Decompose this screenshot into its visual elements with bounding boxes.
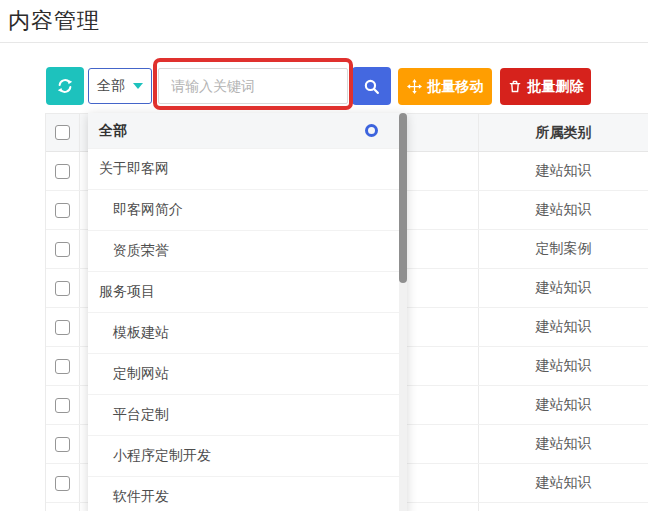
- row-category-cell: 建站知识: [478, 425, 648, 463]
- dropdown-item-label: 即客网简介: [113, 201, 183, 219]
- trash-icon: [508, 79, 522, 94]
- dropdown-item-label: 资质荣誉: [113, 242, 169, 260]
- category-column-header: 所属类别: [478, 114, 648, 151]
- row-checkbox-cell: [46, 425, 80, 463]
- dropdown-item-label: 服务项目: [99, 283, 155, 301]
- select-all-checkbox[interactable]: [55, 125, 70, 140]
- dropdown-item-label: 平台定制: [113, 406, 169, 424]
- batch-move-button[interactable]: 批量移动: [398, 68, 492, 105]
- move-icon: [407, 79, 422, 94]
- dropdown-item-label: 关于即客网: [99, 160, 169, 178]
- dropdown-item-label: 模板建站: [113, 324, 169, 342]
- batch-delete-label: 批量删除: [528, 78, 584, 96]
- dropdown-item-selected[interactable]: 全部: [88, 113, 399, 149]
- row-checkbox[interactable]: [55, 437, 70, 452]
- row-category-cell: 建站知识: [478, 347, 648, 385]
- row-category-cell: 定制案例: [478, 230, 648, 268]
- dropdown-item-label: 定制网站: [113, 365, 169, 383]
- dropdown-item-label: 软件开发: [113, 488, 169, 506]
- refresh-button[interactable]: [46, 67, 84, 105]
- chevron-down-icon: [133, 83, 143, 89]
- refresh-icon: [56, 77, 74, 95]
- row-checkbox-cell: [46, 152, 80, 190]
- row-checkbox-cell: [46, 464, 80, 502]
- row-checkbox-cell: [46, 191, 80, 229]
- row-checkbox[interactable]: [55, 242, 70, 257]
- row-checkbox-cell: [46, 347, 80, 385]
- dropdown-item-5[interactable]: 模板建站: [88, 313, 399, 354]
- batch-move-label: 批量移动: [428, 78, 484, 96]
- row-checkbox-cell: [46, 503, 80, 511]
- row-checkbox[interactable]: [55, 164, 70, 179]
- dropdown-item-6[interactable]: 定制网站: [88, 354, 399, 395]
- dropdown-item-3[interactable]: 资质荣誉: [88, 231, 399, 272]
- row-checkbox[interactable]: [55, 476, 70, 491]
- category-dropdown-panel: 全部关于即客网即客网简介资质荣誉服务项目模板建站定制网站平台定制小程序定制开发软…: [88, 113, 407, 511]
- dropdown-item-2[interactable]: 即客网简介: [88, 190, 399, 231]
- batch-delete-button[interactable]: 批量删除: [500, 68, 591, 105]
- row-checkbox-cell: [46, 308, 80, 346]
- row-category-cell: 建站知识: [478, 152, 648, 190]
- dropdown-scrollbar-track[interactable]: [399, 113, 407, 511]
- content-management-page: 内容管理 全部: [0, 0, 648, 511]
- row-category-cell: 建站知识: [478, 269, 648, 307]
- dropdown-item-label: 全部: [99, 122, 127, 140]
- selected-ring-icon: [365, 124, 378, 137]
- page-title: 内容管理: [8, 6, 100, 36]
- row-category-cell: 建站知识: [478, 386, 648, 424]
- title-divider: [0, 42, 648, 43]
- row-checkbox[interactable]: [55, 398, 70, 413]
- category-filter-label: 全部: [97, 77, 125, 95]
- row-checkbox-cell: [46, 230, 80, 268]
- dropdown-item-4[interactable]: 服务项目: [88, 272, 399, 313]
- category-filter-dropdown-button[interactable]: 全部: [88, 68, 152, 104]
- row-checkbox[interactable]: [55, 281, 70, 296]
- row-checkbox[interactable]: [55, 359, 70, 374]
- dropdown-item-label: 小程序定制开发: [113, 447, 211, 465]
- dropdown-item-8[interactable]: 小程序定制开发: [88, 436, 399, 477]
- row-category-cell: 建站知识: [478, 464, 648, 502]
- row-category-cell: 建站知识: [478, 308, 648, 346]
- row-category-cell: 建站知识: [478, 191, 648, 229]
- row-checkbox[interactable]: [55, 203, 70, 218]
- dropdown-item-7[interactable]: 平台定制: [88, 395, 399, 436]
- dropdown-item-1[interactable]: 关于即客网: [88, 149, 399, 190]
- search-button[interactable]: [352, 67, 391, 105]
- header-checkbox-cell: [46, 114, 80, 151]
- row-checkbox-cell: [46, 386, 80, 424]
- dropdown-scrollbar-thumb[interactable]: [399, 113, 407, 283]
- keyword-search-input[interactable]: [158, 68, 348, 104]
- dropdown-item-9[interactable]: 软件开发: [88, 477, 399, 511]
- search-icon: [363, 78, 380, 95]
- row-checkbox[interactable]: [55, 320, 70, 335]
- row-checkbox-cell: [46, 269, 80, 307]
